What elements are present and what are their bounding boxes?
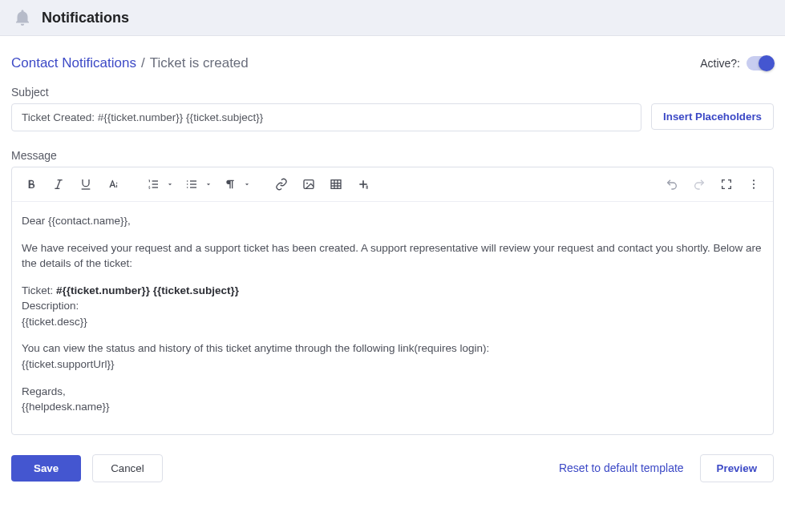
reset-template-link[interactable]: Reset to default template xyxy=(559,461,684,474)
insert-more-icon[interactable] xyxy=(350,172,376,196)
link-icon[interactable] xyxy=(269,172,294,196)
message-line-greeting: Dear {{contact.name}}, xyxy=(22,213,763,229)
unordered-list-dropdown-icon[interactable] xyxy=(201,172,216,196)
ordered-list-dropdown-icon[interactable] xyxy=(163,172,177,196)
svg-point-10 xyxy=(187,180,188,182)
redo-icon[interactable] xyxy=(686,172,712,196)
subject-input[interactable] xyxy=(11,103,641,131)
subject-field-wrap: Subject xyxy=(11,86,641,131)
ticket-placeholder-bold: #{{ticket.number}} {{ticket.subject}} xyxy=(56,284,239,296)
svg-point-25 xyxy=(753,183,755,185)
toggle-knob xyxy=(759,55,775,71)
message-line-link-placeholder: {{ticket.supportUrl}} xyxy=(22,357,763,373)
insert-placeholders-button[interactable]: Insert Placeholders xyxy=(651,103,774,130)
breadcrumb-current: Ticket is created xyxy=(150,55,249,71)
svg-point-11 xyxy=(187,183,188,185)
underline-icon[interactable] xyxy=(73,172,99,196)
preview-button[interactable]: Preview xyxy=(700,454,774,482)
insert-placeholders-wrap: . Insert Placeholders xyxy=(651,86,774,130)
breadcrumb-separator: / xyxy=(141,55,145,71)
subject-label: Subject xyxy=(11,86,641,99)
svg-point-12 xyxy=(187,187,188,188)
paragraph-dropdown-icon[interactable] xyxy=(240,172,254,196)
svg-line-2 xyxy=(57,180,60,189)
page-header: Notifications xyxy=(0,0,785,36)
svg-point-14 xyxy=(306,183,308,184)
save-button[interactable]: Save xyxy=(11,455,81,482)
bold-icon[interactable] xyxy=(18,172,44,196)
svg-rect-15 xyxy=(331,180,341,189)
svg-point-22 xyxy=(366,187,367,188)
rich-text-editor: Dear {{contact.name}}, We have received … xyxy=(11,167,774,435)
message-label: Message xyxy=(11,149,774,162)
subject-row: Subject . Insert Placeholders xyxy=(11,86,774,131)
content-area: Contact Notifications / Ticket is create… xyxy=(0,36,785,506)
message-line-regards: Regards, xyxy=(22,384,763,400)
italic-icon[interactable] xyxy=(46,172,71,196)
font-options-icon[interactable] xyxy=(100,172,126,196)
message-line-intro: We have received your request and a supp… xyxy=(22,240,763,272)
bell-icon xyxy=(13,8,32,27)
svg-point-23 xyxy=(366,186,367,187)
active-label: Active?: xyxy=(700,57,740,70)
message-line-helpdesk-name: {{helpdesk.name}} xyxy=(22,399,763,415)
message-line-description-label: Description: xyxy=(22,298,763,314)
ticket-prefix: Ticket: xyxy=(22,284,56,296)
svg-point-26 xyxy=(753,187,755,189)
image-icon[interactable] xyxy=(296,172,322,196)
page-title: Notifications xyxy=(42,10,129,26)
undo-icon[interactable] xyxy=(659,172,685,196)
active-toggle[interactable] xyxy=(747,56,774,71)
fullscreen-icon[interactable] xyxy=(714,172,739,196)
active-toggle-wrap: Active?: xyxy=(700,56,774,71)
breadcrumb-row: Contact Notifications / Ticket is create… xyxy=(11,49,774,86)
table-icon[interactable] xyxy=(323,172,349,196)
cancel-button[interactable]: Cancel xyxy=(92,454,163,482)
message-line-description-placeholder: {{ticket.desc}} xyxy=(22,314,763,330)
breadcrumb-parent-link[interactable]: Contact Notifications xyxy=(11,55,136,71)
message-line-link-text: You can view the status and history of t… xyxy=(22,341,763,357)
svg-point-24 xyxy=(753,179,755,181)
message-line-ticket: Ticket: #{{ticket.number}} {{ticket.subj… xyxy=(22,283,763,299)
editor-body[interactable]: Dear {{contact.name}}, We have received … xyxy=(12,202,773,434)
editor-toolbar xyxy=(12,167,773,202)
more-icon[interactable] xyxy=(741,172,767,196)
footer-actions: Save Cancel Reset to default template Pr… xyxy=(11,435,774,490)
footer-right: Reset to default template Preview xyxy=(559,454,774,482)
breadcrumb: Contact Notifications / Ticket is create… xyxy=(11,55,249,71)
